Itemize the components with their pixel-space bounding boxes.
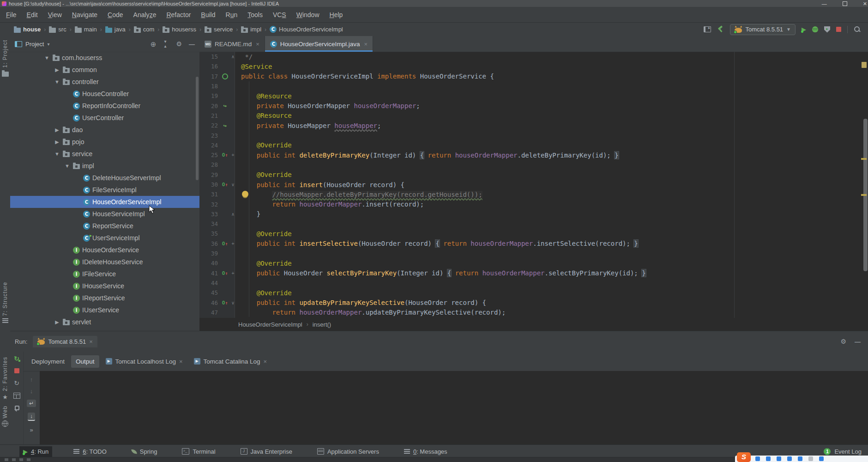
debug-button[interactable] [812, 26, 818, 32]
menu-item-file[interactable]: File [1, 9, 22, 20]
tree-item-UserController[interactable]: CUserController [10, 112, 199, 124]
soft-wrap-icon[interactable]: ↵ [27, 400, 36, 407]
ime-tool-icon[interactable] [798, 456, 802, 461]
tree-item-FileServiceImpl[interactable]: CFileServiceImpl [10, 184, 199, 196]
chevron-right-icon[interactable]: ▶ [54, 67, 60, 73]
code-line-33[interactable]: 33∧ } [199, 209, 868, 219]
tree-item-ReportInfoController[interactable]: CReportInfoController [10, 100, 199, 112]
tree-item-impl[interactable]: ▼impl [10, 160, 199, 172]
pin-icon[interactable] [14, 405, 20, 411]
gear-icon[interactable]: ⚙ [840, 338, 846, 345]
toolwindow-button-java-enterprise[interactable]: JJava Enterprise [237, 446, 296, 457]
breadcrumb-class[interactable]: HouseOrderServiceImpl [238, 321, 302, 328]
menu-item-help[interactable]: Help [325, 9, 348, 20]
stop-button[interactable] [836, 27, 841, 32]
code-line-36[interactable]: 36O+ public int insertSelective(HouseOrd… [199, 239, 868, 249]
code-line-46[interactable]: 46O∨ public int updateByPrimaryKeySelect… [199, 298, 868, 307]
code-line-23[interactable]: 23 [199, 130, 868, 140]
toolwindow-button-6-todo[interactable]: 6: TODO [70, 446, 110, 457]
gutter-override[interactable]: O [220, 271, 229, 276]
tool-stripe-button-web[interactable]: Web [0, 406, 10, 427]
breadcrumb-item-house[interactable]: house [12, 25, 42, 34]
fold-marker[interactable]: ∨ [229, 300, 236, 305]
code-line-34[interactable]: 34 [199, 219, 868, 229]
toolwindow-toggle-icon[interactable] [704, 26, 711, 32]
chevron-down-icon[interactable]: ▾ [47, 42, 49, 47]
tree-item-IHouseService[interactable]: IIHouseService [10, 280, 199, 292]
breadcrumb-item-houseorderserviceimpl[interactable]: CHouseOrderServiceImpl [268, 25, 345, 34]
coverage-button[interactable]: ▸ [824, 26, 830, 33]
inject-icon[interactable]: ↪ [223, 123, 226, 128]
menu-item-run[interactable]: Run [221, 9, 243, 20]
locate-file-icon[interactable]: ⊕ [151, 41, 157, 48]
more-icon[interactable]: » [30, 426, 33, 433]
toolwindow-button-terminal[interactable]: >_Terminal [178, 446, 219, 457]
toolwindow-button-0-messages[interactable]: 0: Messages [400, 446, 451, 457]
chevron-down-icon[interactable]: ▼ [54, 151, 60, 157]
hide-panel-icon[interactable]: — [855, 338, 861, 345]
close-icon[interactable]: × [256, 41, 259, 48]
tool-stripe-button--structure[interactable]: 7: Structure [0, 282, 10, 323]
override-icon[interactable]: O [222, 241, 228, 246]
code-line-20[interactable]: 20↪ private HouseOrderMapper houseOrderM… [199, 101, 868, 110]
tree-item-IDeleteHouseService[interactable]: IIDeleteHouseService [10, 256, 199, 268]
refresh-icon[interactable]: ↻ [14, 380, 19, 386]
fold-marker[interactable]: + [229, 241, 236, 246]
class-implemented-icon[interactable] [222, 73, 228, 79]
run-configuration-select[interactable]: Tomcat 8.5.51 ▼ [730, 24, 796, 35]
gutter-class-implemented[interactable] [220, 73, 229, 79]
project-tree-scrollbar[interactable] [196, 77, 199, 180]
editor-tab-houseorderserviceimpl-java[interactable]: CHouseOrderServiceImpl.java× [265, 36, 373, 52]
override-icon[interactable]: O [222, 182, 228, 187]
rerun-icon[interactable]: ↻ [14, 355, 19, 362]
override-icon[interactable]: O [222, 300, 228, 305]
chevron-right-icon[interactable]: ▶ [54, 139, 60, 145]
gutter-inject[interactable]: ↪ [220, 123, 229, 128]
code-line-32[interactable]: 32 return houseOrderMapper.insert(record… [199, 199, 868, 209]
code-line-41[interactable]: 41O+ public HouseOrder selectByPrimaryKe… [199, 268, 868, 278]
close-icon[interactable]: × [179, 358, 183, 365]
warning-stripe-mark[interactable] [861, 158, 867, 160]
code-line-17[interactable]: 17public class HouseOrderServiceImpl imp… [199, 72, 868, 81]
tree-item-ReportService[interactable]: CReportService [10, 220, 199, 232]
breadcrumb-item-src[interactable]: src [47, 25, 68, 34]
tree-item-pojo[interactable]: ▶pojo [10, 136, 199, 148]
code-line-18[interactable]: 18 [199, 81, 868, 91]
tree-item-DeleteHouseServerImpl[interactable]: CDeleteHouseServerImpl [10, 172, 199, 184]
code-line-47[interactable]: 47 return houseOrderMapper.updateByPrima… [199, 308, 868, 317]
up-icon[interactable]: ↑ [30, 377, 33, 383]
code-line-39[interactable]: 39 [199, 249, 868, 258]
menu-item-code[interactable]: Code [102, 9, 128, 20]
tree-item-com-houserss[interactable]: ▼com.houserss [10, 52, 199, 64]
run-console-output[interactable] [40, 371, 868, 445]
code-line-21[interactable]: 21 @Resource [199, 111, 868, 121]
run-button[interactable]: ▶ [802, 26, 806, 32]
menu-item-analyze[interactable]: Analyze [128, 9, 162, 20]
tree-item-common[interactable]: ▶common [10, 64, 199, 76]
tree-item-HouseOrderService[interactable]: IHouseOrderService [10, 244, 199, 256]
ime-tool-icon[interactable] [766, 456, 771, 461]
run-tab-deployment[interactable]: Deployment [27, 355, 69, 368]
minimize-button[interactable]: — [822, 1, 827, 6]
chevron-down-icon[interactable]: ▼ [54, 79, 60, 85]
tree-item-UserServiceImpl[interactable]: CUserServiceImpl [10, 232, 199, 244]
code-line-44[interactable]: 44 [199, 278, 868, 288]
layout-icon[interactable] [13, 393, 20, 399]
scroll-to-end-icon[interactable]: ↓ [28, 413, 35, 421]
code-line-25[interactable]: 25O+ public int deleteByPrimaryKey(Integ… [199, 150, 868, 160]
menu-item-vcs[interactable]: VCS [268, 9, 291, 20]
editor-scroll-marker-bar[interactable] [862, 52, 868, 318]
tool-stripe-button--project[interactable]: 1: Project [0, 40, 10, 77]
code-line-40[interactable]: 40 @Override [199, 258, 868, 268]
tree-item-servlet[interactable]: ▶servlet [10, 316, 199, 328]
override-icon[interactable]: O [222, 271, 228, 276]
code-line-31[interactable]: 31 //houseMapper.deleteByPrimaryKey(reco… [199, 189, 868, 199]
fold-marker[interactable]: ∨ [229, 182, 236, 187]
menu-item-tools[interactable]: Tools [242, 9, 268, 20]
menu-item-navigate[interactable]: Navigate [67, 9, 102, 20]
warning-stripe-mark[interactable] [861, 194, 867, 196]
code-line-15[interactable]: 15∧ */ [199, 52, 868, 61]
down-icon[interactable]: ↓ [30, 388, 33, 394]
menu-item-edit[interactable]: Edit [22, 9, 43, 20]
toolwindow-button-4-run[interactable]: ▶4: Run [19, 446, 52, 457]
